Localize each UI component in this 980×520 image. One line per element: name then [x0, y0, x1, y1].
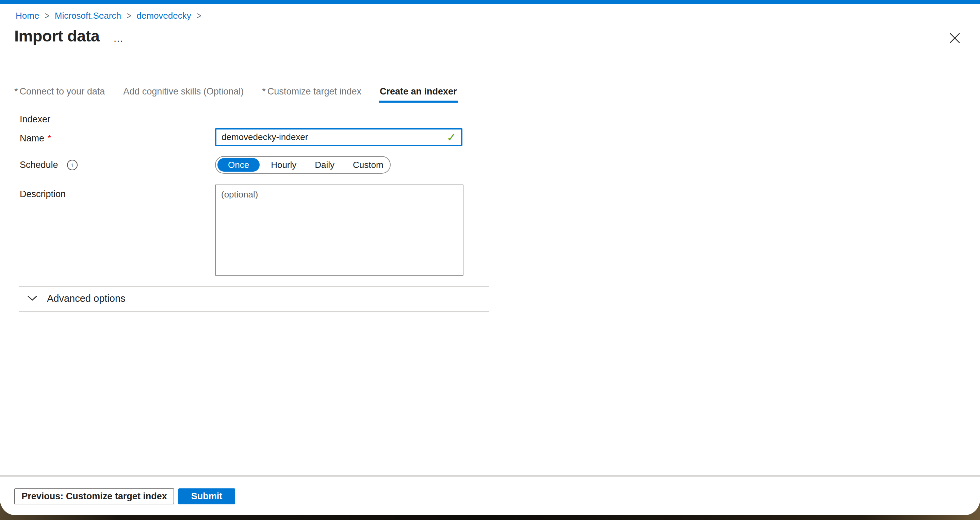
indexer-name-input[interactable] — [221, 132, 447, 143]
description-field-label: Description — [20, 189, 66, 200]
required-asterisk: * — [48, 133, 51, 144]
tab-label: Connect to your data — [20, 86, 105, 97]
tab-connect-to-your-data[interactable]: *Connect to your data — [14, 85, 105, 103]
schedule-option-custom[interactable]: Custom — [344, 157, 393, 173]
breadcrumb-link-home[interactable]: Home — [16, 10, 39, 21]
breadcrumb-link-demovedecky[interactable]: demovedecky — [137, 10, 191, 21]
tab-label: Add cognitive skills (Optional) — [123, 86, 243, 97]
tab-label: Customize target index — [267, 86, 361, 97]
valid-checkmark-icon: ✓ — [447, 132, 457, 143]
schedule-option-daily[interactable]: Daily — [305, 157, 344, 173]
name-input-container: ✓ — [215, 128, 463, 146]
page-title: Import data — [14, 27, 99, 45]
breadcrumb: Home > Microsoft.Search > demovedecky > — [16, 10, 201, 21]
schedule-option-once[interactable]: Once — [218, 158, 259, 172]
schedule-option-hourly[interactable]: Hourly — [262, 157, 305, 173]
name-field-label: Name * — [20, 133, 51, 144]
breadcrumb-separator-icon: > — [197, 9, 201, 22]
azure-accent-bar — [0, 0, 980, 4]
close-icon — [949, 32, 961, 44]
tab-create-an-indexer[interactable]: Create an indexer — [379, 85, 458, 103]
previous-step-button[interactable]: Previous: Customize target index — [14, 488, 174, 504]
schedule-field-label: Schedule i — [20, 160, 78, 170]
divider — [19, 311, 489, 312]
import-data-panel: Home > Microsoft.Search > demovedecky > … — [0, 0, 980, 515]
wizard-tabs: *Connect to your data Add cognitive skil… — [14, 85, 458, 103]
submit-button[interactable]: Submit — [178, 488, 235, 504]
breadcrumb-separator-icon: > — [45, 9, 49, 22]
breadcrumb-link-microsoft-search[interactable]: Microsoft.Search — [55, 10, 121, 21]
tab-required-marker: * — [262, 86, 266, 97]
advanced-options-label: Advanced options — [47, 293, 126, 304]
divider — [19, 286, 489, 287]
overflow-menu-icon[interactable]: … — [113, 33, 124, 44]
breadcrumb-separator-icon: > — [127, 9, 131, 22]
tab-add-cognitive-skills[interactable]: Add cognitive skills (Optional) — [123, 85, 244, 103]
indexer-section-title: Indexer — [20, 114, 50, 125]
title-row: Import data … — [14, 27, 939, 45]
tab-label: Create an indexer — [380, 86, 457, 97]
description-textarea[interactable] — [215, 185, 463, 276]
chevron-down-icon — [27, 295, 37, 303]
schedule-segmented-control: Once Hourly Daily Custom — [215, 156, 391, 174]
schedule-label-text: Schedule — [20, 160, 58, 170]
info-icon[interactable]: i — [67, 160, 78, 170]
tab-customize-target-index[interactable]: *Customize target index — [261, 85, 362, 103]
name-label-text: Name — [20, 133, 44, 144]
advanced-options-toggle[interactable]: Advanced options — [27, 293, 126, 304]
close-button[interactable] — [947, 30, 962, 46]
footer-divider — [0, 476, 980, 477]
tab-required-marker: * — [14, 86, 18, 97]
